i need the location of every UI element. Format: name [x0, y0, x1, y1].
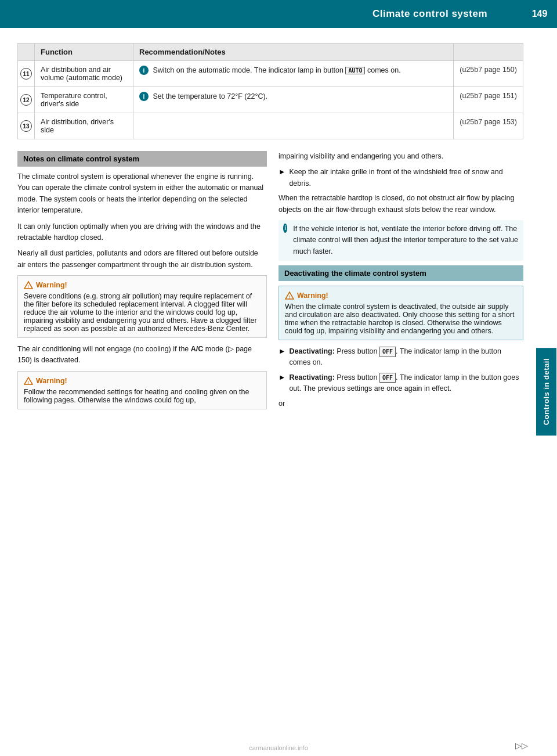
- warning-triangle-icon-2: !: [24, 376, 33, 386]
- svg-text:!: !: [27, 285, 28, 289]
- info-note-text: If the vehicle interior is hot, ventilat…: [293, 224, 519, 257]
- table-cell-rec-1: i Switch on the automatic mode. The indi…: [133, 61, 454, 87]
- right-continued-text: impairing visibility and endangering you…: [278, 151, 523, 162]
- info-icon-note: i: [283, 224, 287, 233]
- function-table: Function Recommendation/Notes 11 Air dis…: [17, 43, 523, 139]
- circle-num-13: 13: [20, 120, 32, 132]
- deactivating-label: Deactivating:: [289, 347, 335, 355]
- footer-symbol: ▷▷: [515, 741, 528, 750]
- table-header-recommendation: Recommendation/Notes: [133, 44, 454, 61]
- table-header-page: [454, 44, 523, 61]
- bullet-item-deactivating: ► Deactivating: Press button OFF. The in…: [278, 346, 523, 369]
- svg-text:!: !: [27, 380, 28, 384]
- table-cell-func-2: Temperature control, driver's side: [35, 87, 133, 113]
- header-title-area: Climate control system: [0, 0, 522, 28]
- warning-label-3: Warning!: [297, 291, 328, 300]
- table-cell-num: 11: [18, 61, 35, 87]
- warning-text-1: Severe conditions (e.g. strong air pollu…: [24, 292, 257, 333]
- off-button-label-1: OFF: [379, 347, 396, 357]
- table-cell-func-3: Air distribution, driver's side: [35, 113, 133, 139]
- header-bar: Climate control system 149: [0, 0, 557, 28]
- reactivating-label: Reactivating:: [289, 373, 335, 381]
- table-cell-num-2: 12: [18, 87, 35, 113]
- watermark: carmanualonline.info: [249, 744, 308, 751]
- main-content: Function Recommendation/Notes 11 Air dis…: [0, 28, 535, 433]
- ac-mode-label: A/C: [191, 345, 204, 353]
- sidebar-label: Controls in detail: [536, 348, 556, 435]
- two-col-layout: Notes on climate control system The clim…: [17, 151, 523, 415]
- left-para-2: It can only function optimally when you …: [17, 221, 267, 244]
- right-sidebar: Controls in detail: [535, 28, 557, 756]
- off-button-label-2: OFF: [379, 373, 396, 383]
- warning-label-2: Warning!: [36, 377, 67, 385]
- auto-button-label: AUTO: [345, 67, 365, 74]
- svg-text:!: !: [288, 295, 290, 299]
- left-column: Notes on climate control system The clim…: [17, 151, 267, 415]
- info-icon-1: i: [139, 66, 149, 75]
- left-para-3: Nearly all dust particles, pollutants an…: [17, 248, 267, 271]
- warning-title-1: ! Warning!: [24, 280, 261, 290]
- right-retractable-para: When the retractable hardtop is closed, …: [278, 193, 523, 215]
- table-cell-page-3: page 153: [454, 113, 523, 139]
- table-cell-page-2: page 151: [454, 87, 523, 113]
- table-cell-num-3: 13: [18, 113, 35, 139]
- warning-triangle-icon-3: !: [285, 291, 294, 300]
- page-ref-1: page 150: [460, 66, 517, 74]
- warning-box-2: ! Warning! Follow the recommended settin…: [17, 371, 267, 409]
- left-para-4: The air conditioning will not engage (no…: [17, 344, 267, 366]
- table-cell-rec-2: i Set the temperature to 72°F (22°C).: [133, 87, 454, 113]
- table-row: 11 Air distribution and air volume (auto…: [18, 61, 523, 87]
- page-ref-3: page 153: [460, 118, 517, 126]
- warning-title-3: ! Warning!: [285, 291, 517, 300]
- deactivating-header: Deactivating the climate control system: [278, 265, 523, 281]
- table-row: 12 Temperature control, driver's side i …: [18, 87, 523, 113]
- table-row: 13 Air distribution, driver's side page …: [18, 113, 523, 139]
- bullet-text-deactivating: Deactivating: Press button OFF. The indi…: [289, 346, 523, 369]
- info-icon-2: i: [139, 92, 149, 101]
- bullet-arrow-reactivating: ►: [278, 372, 285, 395]
- table-header-function: Function: [35, 44, 133, 61]
- bullet-arrow-1: ►: [278, 167, 285, 189]
- notes-header: Notes on climate control system: [17, 151, 267, 167]
- left-para-1: The climate control system is operationa…: [17, 171, 267, 217]
- warning-triangle-icon-1: !: [24, 280, 33, 290]
- bullet-item-1: ► Keep the air intake grille in front of…: [278, 167, 523, 189]
- right-column: impairing visibility and endangering you…: [278, 151, 523, 415]
- bullet-item-reactivating: ► Reactivating: Press button OFF. The in…: [278, 372, 523, 395]
- bullet-text-reactivating: Reactivating: Press button OFF. The indi…: [289, 372, 523, 395]
- warning-text-3: When the climate control system is deact…: [285, 303, 514, 335]
- header-title: Climate control system: [372, 8, 487, 20]
- table-cell-rec-3: [133, 113, 454, 139]
- warning-box-1: ! Warning! Severe conditions (e.g. stron…: [17, 275, 267, 338]
- warning-title-2: ! Warning!: [24, 376, 261, 386]
- table-cell-page-1: page 150: [454, 61, 523, 87]
- warning-text-2: Follow the recommended settings for heat…: [24, 388, 249, 404]
- page-number: 149: [522, 0, 557, 28]
- page-ref-2: page 151: [460, 92, 517, 100]
- info-note-1: i If the vehicle interior is hot, ventil…: [278, 220, 523, 261]
- warning-box-3: ! Warning! When the climate control syst…: [278, 286, 523, 340]
- bullet-arrow-deactivating: ►: [278, 346, 285, 369]
- circle-num-12: 12: [20, 94, 32, 106]
- warning-label-1: Warning!: [36, 281, 67, 289]
- table-cell-func-1: Air distribution and air volume (automat…: [35, 61, 133, 87]
- bullet-text-1: Keep the air intake grille in front of t…: [289, 167, 523, 189]
- table-header-num: [18, 44, 35, 61]
- footer-or: or: [278, 398, 523, 409]
- circle-num-11: 11: [20, 68, 32, 80]
